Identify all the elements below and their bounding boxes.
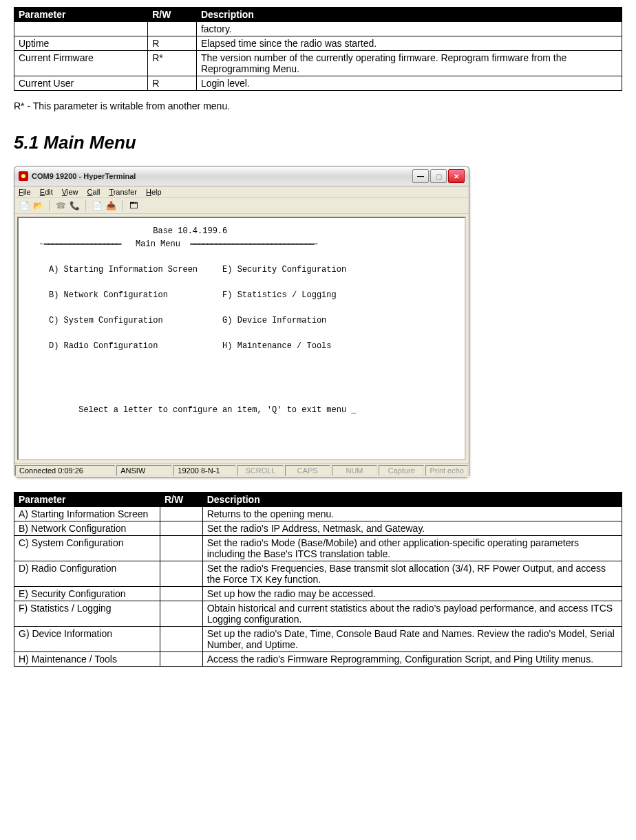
table-row: Uptime R Elapsed time since the radio wa… [14,36,622,51]
menu-edit[interactable]: Edit [40,188,53,196]
maximize-button[interactable]: ▢ [430,169,447,183]
table-row: B) Network ConfigurationSet the radio's … [14,521,622,536]
status-settings: 19200 8-N-1 [173,465,236,476]
table-row: factory. [14,22,622,36]
window-title: COM9 19200 - HyperTerminal [32,172,412,180]
window-titlebar: COM9 19200 - HyperTerminal — ▢ ✕ [14,166,469,186]
table-row: Current User R Login level. [14,76,622,91]
status-num: NUM [332,465,377,476]
terminal-window: COM9 19200 - HyperTerminal — ▢ ✕ File Ed… [14,166,469,478]
disconnect-icon[interactable]: 📞 [69,200,80,211]
menu-call[interactable]: Call [87,188,100,196]
header-description: Description [196,8,622,22]
table-row: G) Device InformationSet up the radio's … [14,627,622,652]
header-rw: R/W [148,8,197,22]
table-row: D) Radio ConfigurationSet the radio's Fr… [14,561,622,587]
parameter-table-mainmenu: Parameter R/W Description A) Starting In… [14,492,622,667]
table-header-row: Parameter R/W Description [14,8,622,22]
menu-transfer[interactable]: Transfer [109,188,137,196]
status-scroll: SCROLL [237,465,283,476]
table-row: Current Firmware R* The version number o… [14,51,622,76]
header-parameter: Parameter [14,493,160,507]
open-icon[interactable]: 📂 [32,200,43,211]
menu-file[interactable]: File [19,188,31,196]
table-row: A) Starting Information ScreenReturns to… [14,507,622,521]
status-caps: CAPS [285,465,330,476]
properties-icon[interactable]: 🗔 [128,200,139,211]
table-row: C) System ConfigurationSet the radio's M… [14,536,622,561]
app-icon [19,171,28,181]
header-description: Description [202,493,622,507]
minimize-button[interactable]: — [412,169,429,183]
menu-view[interactable]: View [62,188,78,196]
connect-icon[interactable]: ☎ [55,200,66,211]
status-printecho: Print echo [425,465,468,476]
receive-icon[interactable]: 📥 [105,200,116,211]
terminal-content[interactable]: Base 10.4.199.6 -══════════════════ Main… [17,217,466,460]
toolbar: 📄 📂 ☎ 📞 📄 📥 🗔 [14,198,469,214]
table-row: F) Statistics / LoggingObtain historical… [14,601,622,627]
status-bar: Connected 0:09:26 ANSIW 19200 8-N-1 SCRO… [14,463,469,477]
menu-help[interactable]: Help [146,188,162,196]
parameter-table-top: Parameter R/W Description factory. Uptim… [14,7,622,91]
header-parameter: Parameter [14,8,148,22]
section-heading: 5.1 Main Menu [14,132,622,153]
close-button[interactable]: ✕ [448,169,465,183]
new-icon[interactable]: 📄 [19,200,30,211]
header-rw: R/W [160,493,202,507]
table-row: E) Security ConfigurationSet up how the … [14,587,622,601]
table-header-row: Parameter R/W Description [14,493,622,507]
send-icon[interactable]: 📄 [92,200,103,211]
menu-bar: File Edit View Call Transfer Help [14,186,469,198]
status-encoding: ANSIW [116,465,172,476]
footnote-text: R* - This parameter is writable from ano… [14,100,622,111]
status-connected: Connected 0:09:26 [15,465,115,476]
table-row: H) Maintenance / ToolsAccess the radio's… [14,652,622,667]
status-capture: Capture [379,465,424,476]
